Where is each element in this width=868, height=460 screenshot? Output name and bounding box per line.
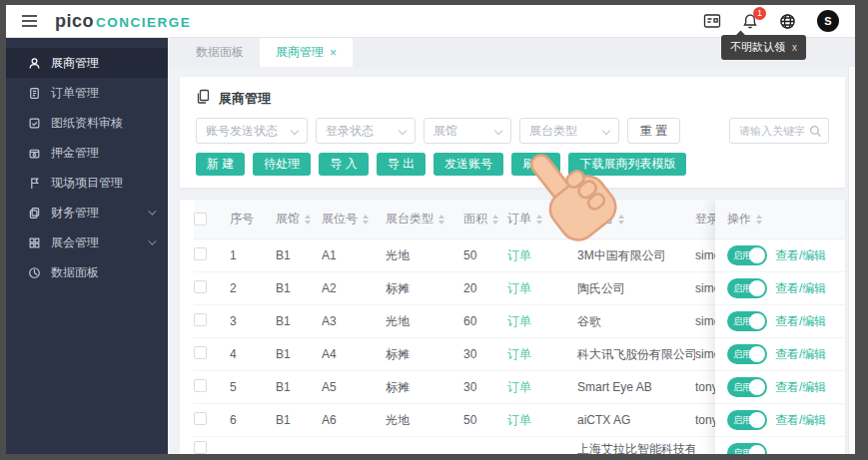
view-edit-link[interactable]: 查看/编辑 <box>775 346 826 363</box>
view-edit-link[interactable]: 查看/编辑 <box>775 280 826 297</box>
deposit-icon <box>28 147 41 160</box>
cell-booth: A4 <box>322 347 386 361</box>
exhibitor-icon <box>28 57 41 70</box>
sidebar-item-exhibitor[interactable]: 展商管理 <box>6 48 168 78</box>
chevron-down-icon <box>148 207 156 215</box>
sidebar-item-exhibition[interactable]: 展会管理 <box>6 228 168 257</box>
reset-button[interactable]: 重 置 <box>627 118 680 144</box>
operation-row: 启用 查看/编辑 <box>715 404 845 437</box>
user-avatar[interactable]: S <box>817 10 839 32</box>
cell-booth: A2 <box>322 281 386 295</box>
row-checkbox[interactable] <box>194 441 207 454</box>
view-edit-link[interactable]: 查看/编辑 <box>775 412 826 429</box>
order-link[interactable]: 订单 <box>507 314 531 328</box>
notifications-bell-icon[interactable]: 1 <box>742 13 758 30</box>
column-header[interactable]: 序号 <box>230 211 276 228</box>
operation-row: 启用 查看/编辑 <box>715 272 845 305</box>
action-button[interactable]: 新 建 <box>196 153 245 176</box>
filter-select[interactable]: 登录状态 <box>316 118 416 144</box>
row-checkbox[interactable] <box>194 412 207 425</box>
column-header[interactable]: 订单 <box>507 211 577 228</box>
sort-icon[interactable] <box>618 215 624 225</box>
order-link[interactable]: 订单 <box>507 248 531 262</box>
enable-toggle[interactable]: 启用 <box>727 377 767 397</box>
page-title: 展商管理 <box>219 90 271 108</box>
enable-toggle[interactable]: 启用 <box>727 311 767 331</box>
enable-toggle[interactable]: 启用 <box>727 344 767 364</box>
row-checkbox[interactable] <box>194 346 207 359</box>
site-project-icon <box>28 177 41 190</box>
row-checkbox[interactable] <box>194 247 207 260</box>
cell-seq: 3 <box>230 314 276 328</box>
logo-text-primary: pico <box>55 11 94 32</box>
action-button[interactable]: 导 出 <box>377 153 426 176</box>
column-header[interactable]: 展台类型 <box>386 211 463 228</box>
action-button[interactable]: 待处理 <box>253 153 311 176</box>
view-edit-link[interactable]: 查看/编辑 <box>775 379 826 396</box>
toolbar-card: 展商管理 账号发送状态 登录状态 展馆 展台类型 重 置 <box>180 77 845 188</box>
sidebar-item-order[interactable]: 订单管理 <box>6 78 168 108</box>
enable-toggle[interactable]: 启用 <box>727 410 767 430</box>
sort-icon[interactable] <box>756 215 762 225</box>
view-edit-link[interactable]: 查看/编辑 <box>775 247 826 264</box>
action-button[interactable]: 导 入 <box>319 153 368 176</box>
filter-select[interactable]: 展台类型 <box>519 118 619 144</box>
row-checkbox[interactable] <box>194 280 207 293</box>
enable-toggle[interactable]: 启用 <box>727 245 767 265</box>
tab[interactable]: 数据面板 <box>180 38 260 67</box>
column-header[interactable]: 展商名 <box>577 211 695 228</box>
tab[interactable]: 展商管理 × <box>260 38 353 67</box>
sidebar-item-drawing-review[interactable]: 图纸资料审核 <box>6 108 168 138</box>
column-header[interactable]: 展位号 <box>322 211 386 228</box>
order-link[interactable]: 订单 <box>507 380 531 394</box>
filter-select-label: 账号发送状态 <box>206 123 278 140</box>
order-link[interactable]: 订单 <box>507 413 531 427</box>
operation-row: 启用 查看/编辑 <box>715 371 845 404</box>
select-all-checkbox[interactable] <box>194 213 207 226</box>
language-globe-icon[interactable] <box>779 13 796 30</box>
tab-close-icon[interactable]: × <box>330 46 337 60</box>
filter-select-label: 登录状态 <box>326 123 374 140</box>
cell-exhibitor-name: 陶氏公司 <box>577 280 695 297</box>
row-checkbox[interactable] <box>194 313 207 326</box>
claim-icon[interactable] <box>703 13 721 29</box>
tooltip-close-icon[interactable]: x <box>792 42 797 53</box>
sidebar-item-deposit[interactable]: 押金管理 <box>6 138 168 168</box>
order-link[interactable]: 订单 <box>507 281 531 295</box>
scrollbar[interactable] <box>848 67 855 454</box>
action-button[interactable]: 刷 新 <box>511 153 560 176</box>
dashboard-icon <box>28 266 41 279</box>
filter-select[interactable]: 账号发送状态 <box>196 118 308 144</box>
order-link[interactable]: 订单 <box>507 347 531 361</box>
claim-tooltip[interactable]: 不明款认领 x <box>721 35 806 60</box>
cell-booth: A5 <box>322 380 386 394</box>
top-bar: pico CONCIERGE 1 <box>6 5 855 38</box>
notification-badge: 1 <box>753 7 766 20</box>
view-edit-link[interactable]: 查看/编辑 <box>775 313 826 330</box>
sort-icon[interactable] <box>363 215 369 225</box>
sidebar-item-dashboard[interactable]: 数据面板 <box>6 257 168 287</box>
action-button[interactable]: 发送账号 <box>434 153 503 176</box>
sidebar-item-site-project[interactable]: 现场项目管理 <box>6 168 168 198</box>
filter-select-label: 展馆 <box>434 123 457 140</box>
download-template-button[interactable]: 下载展商列表模版 <box>568 153 686 176</box>
enable-toggle[interactable]: 启用 <box>727 443 767 454</box>
main-area: 数据面板 展商管理 × <box>168 38 855 454</box>
cell-exhibitor-name: Smart Eye AB <box>577 380 695 394</box>
actions-row: 新 建 待处理 导 入 导 出 发送账号 刷 新 下载展商列表模版 <box>196 153 829 176</box>
enable-toggle[interactable]: 启用 <box>727 278 767 298</box>
filter-select[interactable]: 展馆 <box>424 118 511 144</box>
sort-icon[interactable] <box>438 215 444 225</box>
sort-icon[interactable] <box>536 215 542 225</box>
sort-icon[interactable] <box>492 215 498 225</box>
sidebar-item-finance[interactable]: 财务管理 <box>6 198 168 228</box>
cell-area: 30 <box>463 347 507 361</box>
column-header[interactable]: 展馆 <box>276 211 322 228</box>
app-window: pico CONCIERGE 1 <box>6 5 855 454</box>
cell-hall <box>276 437 322 441</box>
filter-row: 账号发送状态 登录状态 展馆 展台类型 重 置 <box>196 118 829 144</box>
sort-icon[interactable] <box>305 215 311 225</box>
menu-icon[interactable] <box>22 15 37 27</box>
column-header[interactable]: 面积 <box>463 211 507 228</box>
row-checkbox[interactable] <box>194 379 207 392</box>
